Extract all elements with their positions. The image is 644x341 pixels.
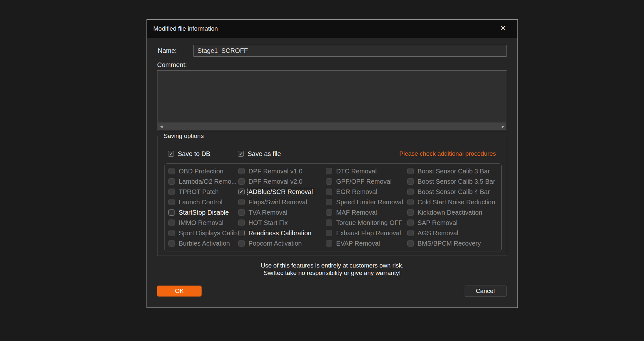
feature-label: ADBlue/SCR Removal [247, 188, 314, 196]
risk-warning-line-2: Swiftec take no responsibility or give a… [147, 269, 517, 277]
feature-option: ✓TPROT Patch [168, 187, 238, 197]
feature-label: StartStop Disable [177, 209, 230, 217]
feature-checkbox[interactable]: ✓ [238, 189, 245, 195]
feature-checkbox: ✓ [168, 219, 175, 226]
feature-option[interactable]: ✓StartStop Disable [168, 207, 238, 218]
feature-checkbox: ✓ [168, 168, 175, 174]
feature-checkbox: ✓ [407, 240, 414, 247]
feature-label: Boost Sensor Calib 3.5 Bar [416, 178, 497, 186]
save-to-db-label: Save to DB [176, 150, 212, 158]
feature-label: DTC Removal [335, 167, 378, 175]
feature-option: ✓DTC Removal [326, 166, 407, 176]
feature-option: ✓AGS Removal [407, 228, 501, 238]
feature-checkbox: ✓ [407, 168, 414, 174]
feature-label: MAF Removal [335, 209, 378, 217]
feature-column-4: ✓Boost Sensor Calib 3 Bar ✓Boost Sensor … [407, 166, 501, 251]
feature-label: DPF Removal v1.0 [247, 167, 304, 175]
save-as-file-option[interactable]: ✓ Save as file [238, 149, 282, 158]
save-as-file-checkbox[interactable]: ✓ [238, 151, 244, 157]
feature-label: Boost Sensor Calib 4 Bar [416, 188, 491, 196]
feature-option: ✓DPF Removal v2.0 [238, 176, 326, 187]
feature-label: Flaps/Swirl Removal [247, 198, 308, 206]
cancel-button[interactable]: Cancel [464, 286, 507, 297]
saving-options-group: Saving options ✓ Save to DB ✓ Save as fi… [157, 136, 507, 256]
feature-option: ✓Sport Displays Calib [168, 228, 238, 238]
feature-label: EGR Removal [335, 188, 379, 196]
feature-checkbox: ✓ [168, 230, 175, 236]
feature-checkbox: ✓ [407, 189, 414, 195]
feature-label: Boost Sensor Calib 3 Bar [416, 167, 491, 175]
feature-label: Burbles Activation [177, 239, 231, 248]
modified-file-information-dialog: Modified file information ✕ Name: Commen… [147, 19, 518, 308]
feature-label: AGS Removal [416, 229, 460, 237]
save-to-db-option[interactable]: ✓ Save to DB [168, 149, 212, 158]
feature-label: Popcorn Activation [247, 239, 303, 248]
feature-column-2: ✓DPF Removal v1.0 ✓DPF Removal v2.0 ✓ADB… [238, 166, 326, 251]
feature-label: Readiness Calibration [247, 229, 313, 237]
ok-button[interactable]: OK [157, 286, 202, 297]
feature-option: ✓MAF Removal [326, 207, 407, 218]
feature-option: ✓Kickdown Deactivation [407, 207, 501, 218]
feature-option: ✓DPF Removal v1.0 [238, 166, 326, 176]
feature-label: TPROT Patch [177, 188, 220, 196]
feature-label: HOT Start Fix [247, 219, 289, 227]
feature-checkbox: ✓ [238, 199, 245, 205]
feature-label: DPF Removal v2.0 [247, 178, 304, 186]
name-input[interactable] [193, 45, 507, 57]
dialog-titlebar: Modified file information ✕ [147, 20, 517, 38]
comment-textarea[interactable] [158, 71, 506, 122]
feature-option: ✓Speed Limiter Removal [326, 197, 407, 207]
check-icon: ✓ [239, 189, 243, 194]
feature-column-1: ✓OBD Protection ✓Lambda/O2 Remo... ✓TPRO… [168, 166, 238, 251]
feature-checkbox[interactable]: ✓ [238, 230, 245, 236]
feature-label: BMS/BPCM Recovery [416, 239, 482, 248]
name-label: Name: [158, 45, 177, 57]
feature-checkbox: ✓ [407, 230, 414, 236]
feature-checkbox: ✓ [238, 240, 245, 247]
close-icon[interactable]: ✕ [500, 24, 507, 33]
dialog-body: Name: Comment: ◄ ► Saving options ✓ Save… [147, 38, 517, 307]
comment-label: Comment: [157, 61, 187, 69]
feature-checkbox: ✓ [168, 189, 175, 195]
feature-option: ✓Flaps/Swirl Removal [238, 197, 326, 207]
feature-option: ✓EGR Removal [326, 187, 407, 197]
scroll-right-icon[interactable]: ► [500, 124, 506, 129]
feature-checkbox: ✓ [407, 209, 414, 216]
feature-label: Sport Displays Calib [177, 229, 238, 237]
feature-label: Speed Limiter Removal [335, 198, 404, 206]
feature-option: ✓Burbles Activation [168, 238, 238, 248]
check-icon: ✓ [239, 151, 243, 156]
feature-option: ✓TVA Removal [238, 207, 326, 218]
feature-option: ✓Torque Monitoring OFF [326, 218, 407, 228]
scroll-left-icon[interactable]: ◄ [158, 124, 165, 129]
feature-option: ✓Exhaust Flap Removal [326, 228, 407, 238]
feature-checkbox: ✓ [407, 219, 414, 226]
feature-option: ✓Boost Sensor Calib 4 Bar [407, 187, 501, 197]
check-icon: ✓ [169, 151, 173, 156]
feature-checkbox: ✓ [407, 178, 414, 185]
feature-option[interactable]: ✓Readiness Calibration [238, 228, 326, 238]
save-to-db-checkbox[interactable]: ✓ [168, 151, 174, 157]
feature-checkbox: ✓ [326, 219, 332, 226]
feature-option: ✓IMMO Removal [168, 218, 238, 228]
feature-label: Kickdown Deactivation [416, 209, 484, 217]
feature-checkbox[interactable]: ✓ [168, 209, 175, 216]
feature-checkbox: ✓ [326, 199, 332, 205]
feature-checkbox: ✓ [326, 168, 332, 174]
feature-label: Torque Monitoring OFF [335, 219, 404, 227]
risk-warning-text: Use of this features is entirely at cust… [147, 262, 517, 277]
feature-option: ✓Popcorn Activation [238, 238, 326, 248]
feature-label: OBD Protection [177, 167, 225, 175]
feature-label: Launch Control [177, 198, 224, 206]
feature-option: ✓EVAP Removal [326, 238, 407, 248]
additional-procedures-link[interactable]: Please check additional procedures [399, 150, 496, 157]
feature-label: Exhaust Flap Removal [335, 229, 402, 237]
horizontal-scrollbar[interactable]: ◄ ► [158, 122, 506, 130]
feature-option: ✓BMS/BPCM Recovery [407, 238, 501, 248]
feature-option: ✓Lambda/O2 Remo... [168, 176, 238, 187]
feature-option[interactable]: ✓ADBlue/SCR Removal [238, 187, 326, 197]
feature-label: Cold Start Noise Reduction [416, 198, 497, 206]
save-as-file-label: Save as file [246, 150, 282, 158]
feature-label: TVA Removal [247, 209, 289, 217]
feature-options-panel: ✓OBD Protection ✓Lambda/O2 Remo... ✓TPRO… [164, 163, 502, 251]
